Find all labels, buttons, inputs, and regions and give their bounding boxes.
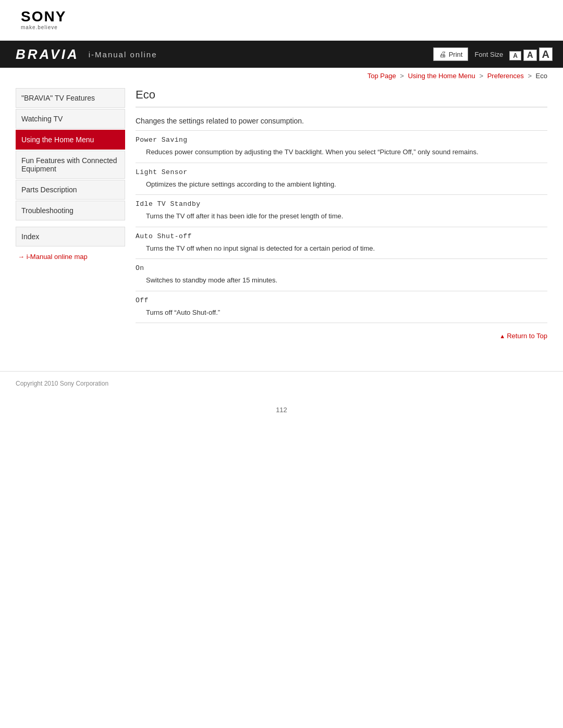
- section-title-power-saving: Power Saving: [136, 136, 547, 144]
- section-desc-idle-tv-standby: Turns the TV off after it has been idle …: [136, 211, 547, 221]
- section-desc-off: Turns off “Auto Shut-off.”: [136, 307, 547, 318]
- breadcrumb-current: Eco: [536, 72, 547, 80]
- print-button[interactable]: 🖨 Print: [433, 47, 469, 61]
- section-title-auto-shut-off: Auto Shut-off: [136, 232, 547, 240]
- section-title-light-sensor: Light Sensor: [136, 168, 547, 176]
- section-title-on: On: [136, 264, 547, 272]
- breadcrumb-sep-1: >: [400, 72, 404, 80]
- sidebar-imanual-map-link[interactable]: i-Manual online map: [16, 253, 125, 261]
- section-power-saving: Power Saving Reduces power consumption b…: [136, 131, 547, 163]
- sidebar: "BRAVIA" TV Features Watching TV Using t…: [0, 83, 125, 361]
- font-small-button[interactable]: A: [509, 51, 521, 60]
- section-desc-power-saving: Reduces power consumption by adjusting t…: [136, 147, 547, 157]
- section-title-idle-tv-standby: Idle TV Standby: [136, 200, 547, 208]
- print-label: Print: [449, 51, 463, 58]
- section-idle-tv-standby: Idle TV Standby Turns the TV off after i…: [136, 195, 547, 227]
- font-size-label: Font Size: [474, 51, 503, 58]
- return-to-top-container: Return to Top: [136, 323, 547, 345]
- font-size-controls: A A A: [509, 47, 553, 61]
- bravia-banner: BRAVIA i-Manual online 🖨 Print Font Size…: [0, 41, 563, 68]
- sidebar-item-fun-features[interactable]: Fun Features with Connected Equipment: [16, 151, 125, 179]
- breadcrumb-sep-3: >: [528, 72, 532, 80]
- breadcrumb-sep-2: >: [479, 72, 483, 80]
- breadcrumb: Top Page > Using the Home Menu > Prefere…: [0, 68, 563, 83]
- sidebar-item-bravia-tv-features[interactable]: "BRAVIA" TV Features: [16, 88, 125, 108]
- breadcrumb-preferences[interactable]: Preferences: [487, 72, 524, 80]
- font-medium-button[interactable]: A: [523, 50, 537, 61]
- top-header: SONY make.believe: [0, 0, 563, 35]
- section-off: Off Turns off “Auto Shut-off.”: [136, 291, 547, 324]
- section-on: On Switches to standby mode after 15 min…: [136, 259, 547, 291]
- sony-logo: SONY make.believe: [21, 9, 542, 30]
- page-number: 112: [0, 396, 563, 419]
- main-layout: "BRAVIA" TV Features Watching TV Using t…: [0, 83, 563, 361]
- breadcrumb-using-home-menu[interactable]: Using the Home Menu: [408, 72, 475, 80]
- page-title: Eco: [136, 88, 547, 107]
- font-large-button[interactable]: A: [539, 47, 553, 61]
- sidebar-item-troubleshooting[interactable]: Troubleshooting: [16, 201, 125, 220]
- footer: Copyright 2010 Sony Corporation: [0, 371, 563, 396]
- sony-logo-text: SONY: [21, 9, 542, 24]
- intro-text: Changes the settings related to power co…: [136, 112, 547, 131]
- bravia-banner-right: 🖨 Print Font Size A A A: [433, 47, 553, 61]
- bravia-logo: BRAVIA: [16, 46, 79, 63]
- copyright-text: Copyright 2010 Sony Corporation: [16, 380, 108, 387]
- bravia-banner-left: BRAVIA i-Manual online: [16, 46, 157, 63]
- section-title-off: Off: [136, 297, 547, 304]
- print-icon: 🖨: [439, 50, 446, 58]
- sidebar-item-parts-description[interactable]: Parts Description: [16, 180, 125, 200]
- section-desc-auto-shut-off: Turns the TV off when no input signal is…: [136, 243, 547, 254]
- section-desc-light-sensor: Optimizes the picture settings according…: [136, 179, 547, 190]
- sony-tagline: make.believe: [21, 25, 542, 30]
- breadcrumb-top-page[interactable]: Top Page: [368, 72, 396, 80]
- section-light-sensor: Light Sensor Optimizes the picture setti…: [136, 163, 547, 195]
- content-area: Eco Changes the settings related to powe…: [125, 83, 563, 361]
- imanual-label: i-Manual online: [89, 50, 157, 59]
- return-to-top-link[interactable]: Return to Top: [499, 332, 547, 340]
- sidebar-item-index[interactable]: Index: [16, 227, 125, 246]
- section-desc-on: Switches to standby mode after 15 minute…: [136, 275, 547, 286]
- sidebar-divider: [16, 221, 125, 227]
- sidebar-item-watching-tv[interactable]: Watching TV: [16, 109, 125, 129]
- sidebar-item-using-home-menu[interactable]: Using the Home Menu: [16, 130, 125, 150]
- section-auto-shut-off: Auto Shut-off Turns the TV off when no i…: [136, 227, 547, 260]
